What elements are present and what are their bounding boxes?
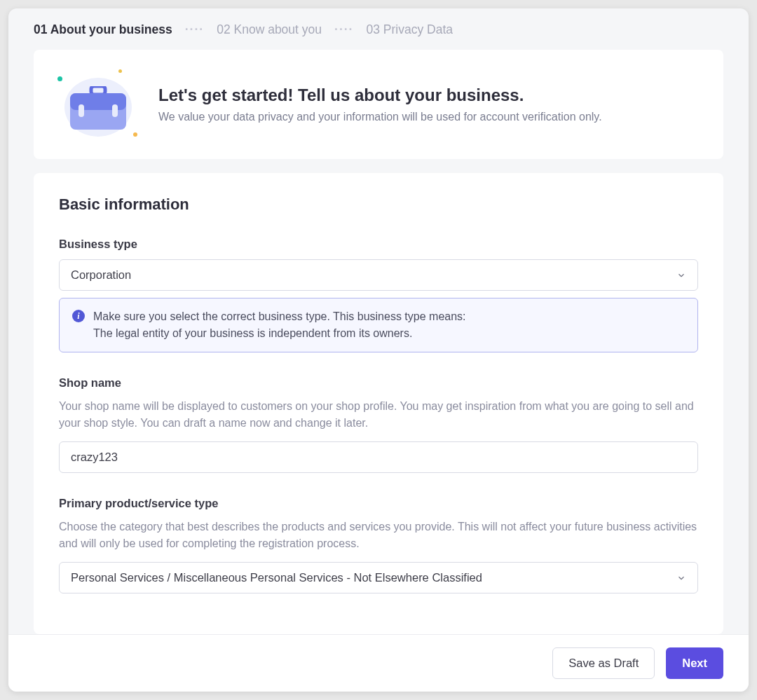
business-type-value: Corporation: [71, 268, 131, 282]
shop-name-input[interactable]: crazy123: [59, 441, 698, 473]
business-type-label: Business type: [59, 238, 698, 251]
step-1[interactable]: 01 About your business: [34, 22, 172, 37]
info-line-2: The legal entity of your business is ind…: [93, 325, 466, 342]
briefcase-illustration: [59, 69, 136, 139]
intro-text: Let's get started! Tell us about your bu…: [158, 85, 602, 123]
info-text: Make sure you select the correct busines…: [93, 308, 466, 342]
footer: Save as Draft Next: [8, 634, 749, 692]
info-line-1: Make sure you select the correct busines…: [93, 308, 466, 325]
business-type-info: i Make sure you select the correct busin…: [59, 298, 698, 352]
chevron-down-icon: [676, 573, 686, 583]
step-separator: ····: [185, 22, 204, 37]
step-separator: ····: [334, 22, 353, 37]
product-type-select[interactable]: Personal Services / Miscellaneous Person…: [59, 562, 698, 593]
chevron-down-icon: [676, 270, 686, 280]
shop-name-group: Shop name Your shop name will be display…: [59, 376, 698, 473]
stepper: 01 About your business ···· 02 Know abou…: [8, 8, 749, 50]
svg-rect-3: [79, 104, 84, 117]
next-button[interactable]: Next: [666, 647, 723, 679]
shop-name-value: crazy123: [71, 451, 118, 464]
step-2[interactable]: 02 Know about you: [217, 22, 322, 37]
business-type-select[interactable]: Corporation: [59, 259, 698, 291]
step-3[interactable]: 03 Privacy Data: [366, 22, 453, 37]
intro-subtitle: We value your data privacy and your info…: [158, 111, 602, 123]
product-type-group: Primary product/service type Choose the …: [59, 497, 698, 593]
info-icon: i: [72, 310, 85, 322]
shop-name-label: Shop name: [59, 376, 698, 390]
product-type-label: Primary product/service type: [59, 497, 698, 510]
intro-card: Let's get started! Tell us about your bu…: [34, 50, 723, 159]
business-type-group: Business type Corporation i Make sure yo…: [59, 238, 698, 352]
briefcase-icon: [69, 86, 128, 131]
shop-name-help: Your shop name will be displayed to cust…: [59, 398, 698, 432]
product-type-value: Personal Services / Miscellaneous Person…: [71, 571, 482, 584]
save-draft-button[interactable]: Save as Draft: [552, 647, 655, 679]
product-type-help: Choose the category that best describes …: [59, 519, 698, 552]
onboarding-window: 01 About your business ···· 02 Know abou…: [8, 8, 749, 692]
intro-title: Let's get started! Tell us about your bu…: [158, 85, 602, 105]
form-card: Basic information Business type Corporat…: [34, 173, 723, 634]
section-title: Basic information: [59, 195, 698, 214]
svg-rect-4: [112, 104, 118, 117]
